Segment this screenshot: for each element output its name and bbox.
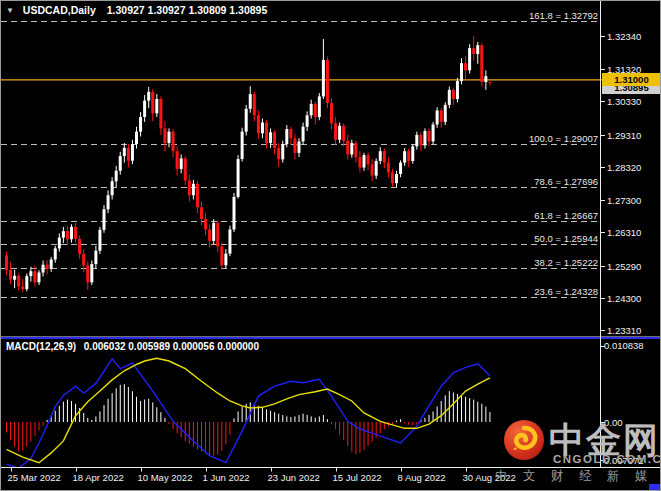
- date-axis-label: 18 Apr 2022: [73, 472, 124, 483]
- fib-level-label: 23.6 = 1.24328: [534, 286, 598, 297]
- macd-axis: 0.0108380.000.007072: [600, 340, 644, 465]
- macd-name: MACD(12,26,9): [6, 341, 76, 352]
- window-resize-corner[interactable]: [649, 484, 661, 491]
- candlestick-series: [5, 36, 491, 293]
- price-axis-label: 1.26310: [607, 227, 641, 238]
- macd-line: [7, 359, 490, 468]
- macd-values: 0.006032 0.005989 0.000056 0.000000: [84, 341, 259, 352]
- date-axis-label: 15 Jul 2022: [333, 472, 382, 483]
- date-axis-label: 8 Aug 2022: [398, 472, 446, 483]
- date-axis-label: 1 Jun 2022: [203, 472, 250, 483]
- fib-level-label: 78.6 = 1.27696: [534, 176, 598, 187]
- macd-indicator-label: MACD(12,26,9) 0.006032 0.005989 0.000056…: [6, 341, 259, 352]
- collapse-chart-icon[interactable]: ▼: [6, 6, 14, 15]
- date-axis-label: 25 Mar 2022: [8, 472, 61, 483]
- price-axis-label: 1.30330: [607, 96, 641, 107]
- price-axis-label: 1.23310: [607, 325, 641, 336]
- chart-ohlc-quotes: 1.30927 1.30927 1.30809 1.30895: [107, 4, 268, 16]
- price-chart-canvas[interactable]: 161.8 = 1.32792100.0 = 1.2900778.6 = 1.2…: [1, 1, 660, 490]
- fib-level-label: 100.0 = 1.29007: [529, 133, 598, 144]
- price-axis-label: 1.27300: [607, 195, 641, 206]
- fib-level-label: 50.0 = 1.25944: [534, 233, 598, 244]
- price-axis-label: 1.25290: [607, 261, 641, 272]
- time-axis: 25 Mar 202218 Apr 202210 May 20221 Jun 2…: [8, 468, 516, 484]
- panel-separator: [1, 337, 660, 339]
- macd-signal-line: [7, 358, 490, 463]
- fib-level-label: 161.8 = 1.32792: [529, 10, 598, 21]
- macd-axis-label: 0.007072: [604, 455, 644, 466]
- price-axis-label: 1.29310: [607, 130, 641, 141]
- chart-window: 161.8 = 1.32792100.0 = 1.2900778.6 = 1.2…: [0, 0, 661, 491]
- level-price-box[interactable]: 1.31000: [602, 73, 661, 86]
- price-axis-label: 1.24300: [607, 293, 641, 304]
- date-axis-label: 10 May 2022: [138, 472, 193, 483]
- chart-symbol-period: USDCAD,Daily: [23, 4, 96, 16]
- macd-panel: [7, 358, 490, 468]
- macd-axis-label: 0.00: [604, 417, 623, 428]
- fibonacci-levels: 161.8 = 1.32792100.0 = 1.2900778.6 = 1.2…: [1, 10, 601, 298]
- chart-title-bar: ▼ USDCAD,Daily 1.30927 1.30927 1.30809 1…: [6, 4, 267, 16]
- macd-axis-label: 0.010838: [604, 340, 644, 351]
- price-axis-label: 1.28320: [607, 162, 641, 173]
- price-axis-label: 1.32340: [607, 31, 641, 42]
- date-axis-label: 30 Aug 2022: [463, 472, 516, 483]
- date-axis-label: 23 Jun 2022: [268, 472, 320, 483]
- fib-level-label: 61.8 = 1.26667: [534, 210, 598, 221]
- fib-level-label: 38.2 = 1.25222: [534, 257, 598, 268]
